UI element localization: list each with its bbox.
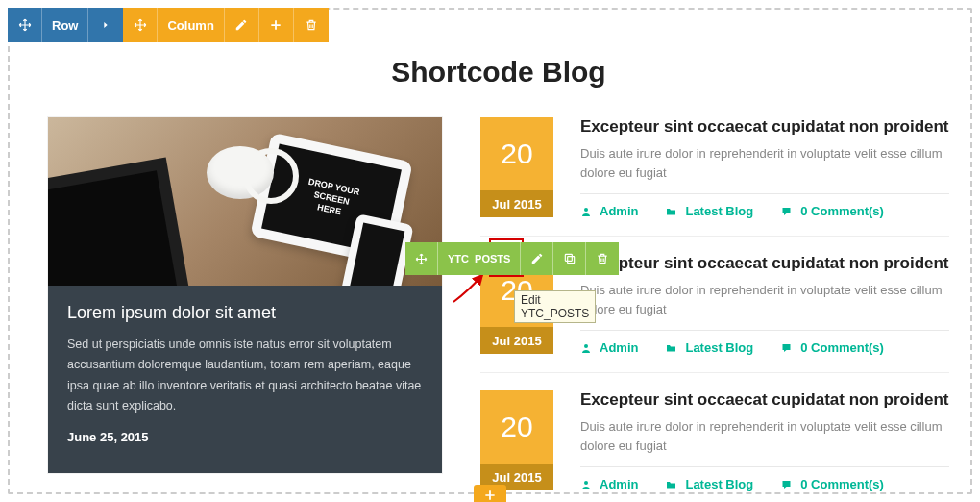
user-icon: [580, 479, 592, 490]
featured-image: FREE WILOF FOR YOU DROP YOUR SCREEN HERE: [48, 117, 442, 286]
user-icon: [580, 206, 592, 217]
featured-card[interactable]: FREE WILOF FOR YOU DROP YOUR SCREEN HERE…: [48, 117, 442, 473]
post-datebox: 20 Jul 2015: [480, 117, 553, 218]
comment-icon: [780, 342, 793, 354]
featured-heading: Lorem ipsum dolor sit amet: [67, 303, 423, 323]
row-controls: Row: [8, 8, 123, 42]
post-excerpt: Duis aute irure dolor in reprehenderit i…: [580, 144, 949, 182]
ytc-controls-group: YTC_POSTS: [405, 242, 619, 275]
featured-body: Lorem ipsum dolor sit amet Sed ut perspi…: [48, 286, 442, 473]
post-text: Excepteur sint occaecat cupidatat non pr…: [580, 117, 949, 218]
post-comments[interactable]: 0 Comment(s): [780, 477, 884, 491]
drag-column-button[interactable]: [123, 8, 158, 42]
column-label-button[interactable]: Column: [158, 8, 224, 42]
post-meta: Admin Latest Blog 0 Comment(s): [580, 477, 949, 491]
post-category[interactable]: Latest Blog: [665, 204, 753, 218]
add-column-button[interactable]: [259, 8, 294, 42]
post-meta: Admin Latest Blog 0 Comment(s): [580, 204, 949, 218]
post-title[interactable]: Excepteur sint occaecat cupidatat non pr…: [580, 117, 949, 137]
page-content: Shortcode Blog FREE WILOF FOR YOU DROP Y…: [48, 56, 949, 490]
edit-ytc-button[interactable]: [521, 242, 553, 275]
post-text: Excepteur sint occaecat cupidatat non pr…: [580, 390, 949, 491]
post-author[interactable]: Admin: [580, 340, 638, 355]
drag-ytc-button[interactable]: [405, 242, 438, 275]
post-title[interactable]: Excepteur sint occaecat cupidatat non pr…: [580, 254, 949, 273]
post-datebox: 20 Jul 2015: [480, 390, 553, 491]
delete-ytc-button[interactable]: [586, 242, 619, 275]
post-category[interactable]: Latest Blog: [665, 340, 753, 355]
featured-column: FREE WILOF FOR YOU DROP YOUR SCREEN HERE…: [48, 117, 442, 491]
folder-icon: [665, 479, 677, 490]
ytc-name-button[interactable]: YTC_POSTS: [438, 242, 521, 275]
add-section-button[interactable]: [474, 485, 506, 502]
post-category[interactable]: Latest Blog: [665, 477, 753, 491]
featured-date: June 25, 2015: [67, 430, 423, 444]
divider: [580, 330, 949, 331]
user-icon: [580, 342, 592, 354]
clone-ytc-button[interactable]: [553, 242, 586, 275]
post-author[interactable]: Admin: [580, 477, 638, 491]
post-month: Jul 2015: [480, 190, 553, 217]
post-meta: Admin Latest Blog 0 Comment(s): [580, 340, 949, 355]
post-excerpt: Duis aute irure dolor in reprehenderit i…: [580, 417, 949, 455]
page-title: Shortcode Blog: [48, 56, 949, 88]
featured-excerpt: Sed ut perspiciatis unde omnis iste natu…: [67, 335, 423, 416]
svg-point-3: [584, 344, 588, 348]
builder-toolbar: Row Column: [8, 8, 329, 42]
svg-rect-0: [568, 257, 575, 264]
list-item[interactable]: 20 Jul 2015 Excepteur sint occaecat cupi…: [480, 390, 949, 491]
row-label-button[interactable]: Row: [42, 8, 88, 42]
post-title[interactable]: Excepteur sint occaecat cupidatat non pr…: [580, 390, 949, 410]
post-excerpt: Duis aute irure dolor in reprehenderit i…: [580, 281, 949, 318]
folder-icon: [665, 206, 677, 217]
list-item[interactable]: 20 Jul 2015 Excepteur sint occaecat cupi…: [480, 117, 949, 237]
delete-column-button[interactable]: [294, 8, 329, 42]
svg-point-2: [584, 208, 588, 212]
divider: [580, 466, 949, 467]
ytc-tooltip: Edit YTC_POSTS: [514, 290, 596, 323]
post-comments[interactable]: 0 Comment(s): [780, 340, 884, 355]
svg-rect-1: [565, 254, 572, 261]
post-author[interactable]: Admin: [580, 204, 638, 218]
post-comments[interactable]: 0 Comment(s): [780, 204, 884, 218]
column-controls: Column: [123, 8, 328, 42]
post-day: 20: [480, 117, 553, 190]
drag-row-button[interactable]: [8, 8, 42, 42]
columns: FREE WILOF FOR YOU DROP YOUR SCREEN HERE…: [48, 117, 949, 491]
folder-icon: [665, 342, 677, 354]
post-text: Excepteur sint occaecat cupidatat non pr…: [580, 254, 949, 355]
comment-icon: [780, 479, 793, 490]
edit-column-button[interactable]: [225, 8, 259, 42]
comment-icon: [780, 206, 793, 217]
divider: [580, 193, 949, 194]
row-expand-button[interactable]: [88, 8, 123, 42]
svg-point-4: [584, 481, 588, 485]
post-day: 20: [480, 390, 553, 464]
post-month: Jul 2015: [480, 327, 553, 354]
laptop-screen-text: FREE WILOF FOR YOU: [48, 170, 183, 286]
ytc-posts-controls: YTC_POSTS: [405, 242, 619, 275]
